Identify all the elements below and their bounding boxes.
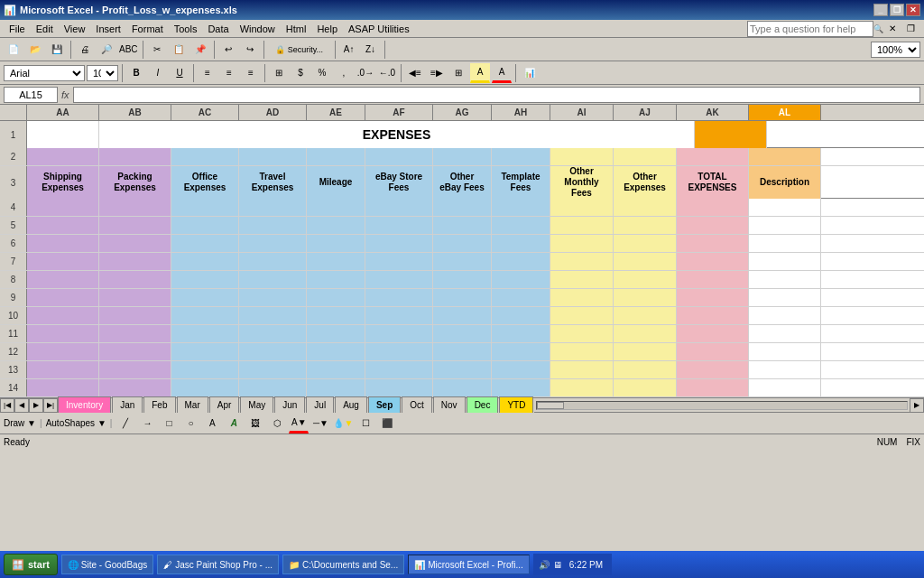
menu-help[interactable]: Help <box>311 22 343 36</box>
cell-ad-3[interactable]: TravelExpenses <box>239 166 307 199</box>
col-header-ac[interactable]: AC <box>171 105 239 120</box>
font-family-dropdown[interactable]: Arial <box>4 65 85 81</box>
row-num-12[interactable]: 12 <box>0 343 27 360</box>
sheet-tab-dec[interactable]: Dec <box>467 396 499 413</box>
security-button[interactable]: 🔒 Security... <box>268 40 331 60</box>
window-controls[interactable]: _ ❐ ✕ <box>873 4 920 16</box>
diagram-tool[interactable]: ⬡ <box>267 414 287 434</box>
scroll-right-btn[interactable]: ▶ <box>910 398 924 413</box>
merge-center-button[interactable]: ⊞ <box>269 63 289 83</box>
name-box[interactable]: AL15 <box>4 87 58 103</box>
sort-asc-button[interactable]: A↑ <box>339 40 359 60</box>
cell-al-4[interactable] <box>749 199 821 216</box>
cell-aj-3[interactable]: OtherExpenses <box>614 166 677 199</box>
sheet-tab-jan[interactable]: Jan <box>112 396 143 413</box>
increase-indent-button[interactable]: ≡▶ <box>427 63 447 83</box>
cell-ad-2[interactable] <box>239 148 307 165</box>
close-button[interactable]: ✕ <box>906 4 920 16</box>
help-search-icon[interactable]: 🔍 <box>873 24 883 33</box>
col-header-ae[interactable]: AE <box>307 105 365 120</box>
menu-tools[interactable]: Tools <box>169 22 203 36</box>
sheet-tab-inventory[interactable]: Inventory <box>58 396 111 413</box>
sheet-tab-ytd[interactable]: YTD <box>499 396 533 413</box>
menu-edit[interactable]: Edit <box>31 22 59 36</box>
cell-aj-2[interactable] <box>614 148 677 165</box>
italic-button[interactable]: I <box>148 63 168 83</box>
rectangle-tool[interactable]: □ <box>159 414 179 434</box>
decrease-decimal-button[interactable]: ←.0 <box>377 63 397 83</box>
chart-button[interactable]: 📊 <box>520 63 540 83</box>
line-color-tool[interactable]: ─▼ <box>310 414 330 434</box>
menu-window[interactable]: Window <box>235 22 281 36</box>
textbox-tool[interactable]: A <box>202 414 222 434</box>
cell-ak-4[interactable] <box>677 199 749 216</box>
col-header-ak[interactable]: AK <box>677 105 749 120</box>
row-num-11[interactable]: 11 <box>0 325 27 342</box>
menu-html[interactable]: Html <box>281 22 312 36</box>
cell-title-span[interactable]: EXPENSES <box>99 121 695 148</box>
clipart-tool[interactable]: 🖼 <box>245 414 265 434</box>
oval-tool[interactable]: ○ <box>180 414 200 434</box>
decrease-indent-button[interactable]: ◀≡ <box>405 63 425 83</box>
cell-ac-3[interactable]: OfficeExpenses <box>171 166 239 199</box>
restore-button[interactable]: ❐ <box>890 4 904 16</box>
menu-insert[interactable]: Insert <box>90 22 126 36</box>
col-header-al[interactable]: AL <box>749 105 821 120</box>
menu-restore-btn[interactable]: ❐ <box>901 22 920 35</box>
cell-ah-2[interactable] <box>492 148 550 165</box>
col-header-af[interactable]: AF <box>365 105 433 120</box>
align-left-button[interactable]: ≡ <box>198 63 217 83</box>
row-num-7[interactable]: 7 <box>0 253 27 270</box>
row-num-6[interactable]: 6 <box>0 235 27 252</box>
cell-al-2[interactable] <box>749 148 821 165</box>
undo-button[interactable]: ↩ <box>218 40 238 60</box>
row-num-5[interactable]: 5 <box>0 217 27 234</box>
scroll-left[interactable]: ◀ <box>14 398 29 413</box>
cell-ab-4[interactable] <box>99 199 171 216</box>
cell-ak-2[interactable] <box>677 148 749 165</box>
open-button[interactable]: 📂 <box>25 40 45 60</box>
cell-ae-3[interactable]: Mileage <box>307 166 365 199</box>
cell-aa-3[interactable]: ShippingExpenses <box>27 166 99 199</box>
col-header-ad[interactable]: AD <box>239 105 307 120</box>
cell-af-4[interactable] <box>365 199 433 216</box>
formula-input[interactable] <box>73 87 920 103</box>
menu-file[interactable]: File <box>4 22 31 36</box>
cell-ag-4[interactable] <box>433 199 492 216</box>
cell-ac-2[interactable] <box>171 148 239 165</box>
border-button[interactable]: ⊞ <box>448 63 468 83</box>
cell-ae-4[interactable] <box>307 199 365 216</box>
row-num-8[interactable]: 8 <box>0 271 27 288</box>
cell-ab-2[interactable] <box>99 148 171 165</box>
cell-al-1[interactable] <box>695 121 767 148</box>
percent-button[interactable]: % <box>312 63 332 83</box>
sheet-tab-jun[interactable]: Jun <box>274 396 305 413</box>
horizontal-scroll-thumb[interactable] <box>537 402 564 409</box>
cell-aj-4[interactable] <box>614 199 677 216</box>
col-header-ah[interactable]: AH <box>492 105 550 120</box>
cell-title[interactable] <box>27 121 99 148</box>
col-header-ai[interactable]: AI <box>550 105 614 120</box>
3d-tool[interactable]: ⬛ <box>377 414 397 434</box>
new-button[interactable]: 📄 <box>4 40 23 60</box>
line-tool[interactable]: ╱ <box>116 414 135 434</box>
sheet-tab-mar[interactable]: Mar <box>177 396 208 413</box>
row-num-14[interactable]: 14 <box>0 379 27 396</box>
menu-view[interactable]: View <box>59 22 91 36</box>
row-num-2[interactable]: 2 <box>0 148 27 165</box>
cell-ai-3[interactable]: OtherMonthlyFees <box>550 166 614 199</box>
row-num-1[interactable]: 1 <box>0 121 27 148</box>
cell-ak-3[interactable]: TOTALEXPENSES <box>677 166 749 199</box>
menu-asap[interactable]: ASAP Utilities <box>343 22 415 36</box>
cell-ac-4[interactable] <box>171 199 239 216</box>
spell-check-button[interactable]: ABC <box>118 40 139 60</box>
fill-color-button[interactable]: A <box>470 63 490 83</box>
cell-ai-2[interactable] <box>550 148 614 165</box>
fill-color-tool[interactable]: 💧▼ <box>332 414 354 434</box>
redo-button[interactable]: ↪ <box>240 40 260 60</box>
row-num-10[interactable]: 10 <box>0 307 27 324</box>
scroll-left-first[interactable]: |◀ <box>0 398 14 413</box>
help-search-input[interactable] <box>747 21 873 37</box>
font-color-tool[interactable]: A▼ <box>289 414 309 434</box>
wordart-tool[interactable]: A <box>224 414 244 434</box>
